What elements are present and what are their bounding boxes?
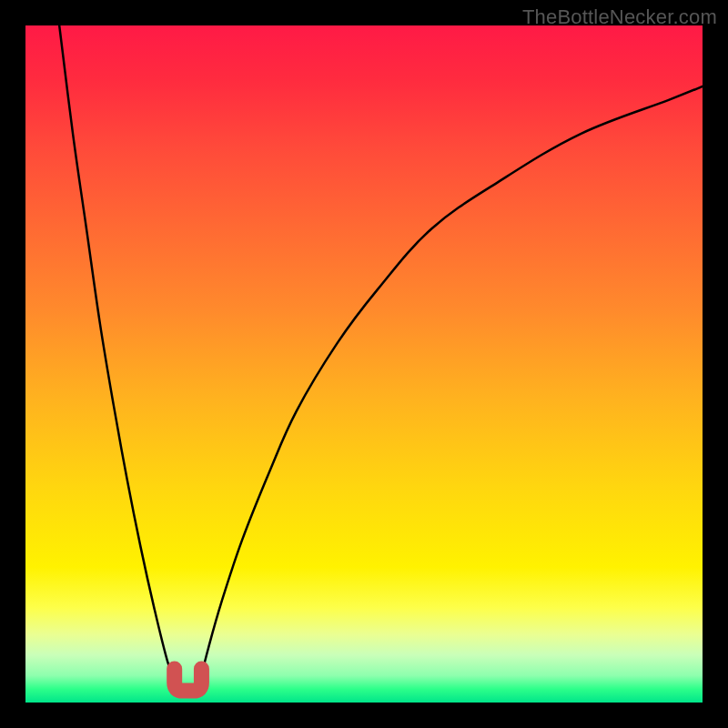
curve-left-curve: [59, 25, 177, 689]
curve-right-curve: [198, 86, 703, 689]
watermark-text: TheBottleNecker.com: [522, 5, 717, 29]
chart-valley-marker: [175, 669, 202, 691]
chart-curves: [59, 25, 703, 689]
chart-plot-area: [25, 25, 703, 703]
chart-svg: [25, 25, 703, 703]
valley-u-marker: [175, 669, 202, 691]
